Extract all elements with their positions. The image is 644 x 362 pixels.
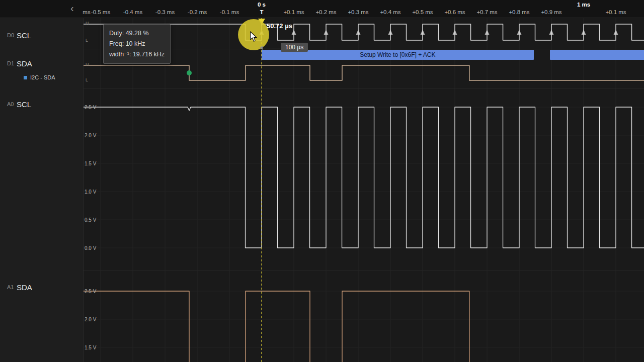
a0-voltage-label: 1.0 V — [85, 189, 96, 195]
channel-id-label: A1 — [0, 284, 17, 290]
tooltip-width-inv: width⁻¹: 19.716 kHz — [109, 49, 165, 60]
timeline-ruler[interactable]: ‹ -0.5 ms-0.4 ms-0.3 ms-0.2 ms-0.1 ms+0.… — [0, 0, 644, 18]
edge-width-readout: 50.72 µs — [267, 22, 292, 30]
trigger-cursor-line[interactable] — [261, 18, 262, 362]
row-separator — [0, 270, 644, 270]
a0-voltage-label: 2.0 V — [85, 133, 96, 138]
sidebar-collapse-chevron-icon[interactable]: ‹ — [70, 3, 74, 13]
time-tick-label: +0.5 ms — [412, 9, 433, 15]
analyzer-item-i2c-sda[interactable]: I2C - SDA — [24, 74, 55, 80]
channel-name-label: SDA — [17, 283, 32, 292]
time-tick-label: -0.3 ms — [155, 9, 175, 15]
a0-voltage-label: 2.5 V — [85, 105, 96, 110]
tooltip-duty: Duty: 49.28 % — [109, 28, 165, 39]
period-connector-line — [263, 48, 280, 48]
channel-name-label: SCL — [17, 31, 31, 40]
analyzer-color-bullet-icon — [24, 76, 27, 79]
channel-a1[interactable]: A1 SDA — [0, 282, 32, 292]
a0-voltage-label: 0.0 V — [85, 245, 96, 251]
a0-voltage-label: 1.5 V — [85, 161, 96, 166]
channel-name-label: SDA — [17, 59, 32, 68]
tooltip-freq: Freq: 10 kHz — [109, 39, 165, 49]
channel-sidebar: D0 SCL D1 SDA I2C - SDA A0 SCL A1 SDA — [0, 18, 83, 362]
channel-id-label: D1 — [0, 60, 17, 66]
a0-scl-trace[interactable] — [83, 107, 644, 248]
time-tick-label: +0.2 ms — [315, 9, 336, 15]
time-major-label: 1 ms — [577, 2, 590, 8]
channel-id-label: D0 — [0, 32, 17, 38]
time-tick-label: +0.9 ms — [541, 9, 561, 15]
i2c-start-marker-dot — [187, 70, 192, 75]
channel-id-label: A0 — [0, 101, 17, 107]
i2c-annotation-bar[interactable] — [550, 50, 644, 60]
d0-high-label: H — [86, 21, 89, 26]
channel-name-label: SCL — [17, 100, 31, 109]
measurement-tooltip: Duty: 49.28 % Freq: 10 kHz width⁻¹: 19.7… — [103, 24, 171, 64]
channel-d1[interactable]: D1 SDA — [0, 58, 32, 68]
time-tick-label: +0.6 ms — [444, 9, 465, 15]
time-tick-label: -0.1 ms — [220, 9, 239, 15]
time-tick-label: -0.4 ms — [123, 9, 142, 15]
time-tick-label: -0.5 ms — [91, 9, 110, 15]
time-tick-label: -0.2 ms — [188, 9, 207, 15]
time-tick-label: +0.8 ms — [509, 9, 529, 15]
d1-sda-trace[interactable] — [83, 65, 644, 80]
a1-voltage-label: 1.5 V — [85, 345, 96, 350]
a0-voltage-label: 0.5 V — [85, 217, 96, 223]
mouse-cursor-icon — [250, 31, 258, 42]
analyzer-label: I2C - SDA — [30, 74, 55, 80]
d0-low-label: L — [86, 38, 88, 43]
logic-analyzer-app: ‹ -0.5 ms-0.4 ms-0.3 ms-0.2 ms-0.1 ms+0.… — [0, 0, 644, 362]
time-tick-label: +0.1 ms — [283, 9, 304, 15]
time-tick-label: +0.3 ms — [348, 9, 368, 15]
row-separator — [0, 49, 644, 49]
d1-high-label: H — [86, 62, 89, 67]
sidebar-divider — [83, 0, 84, 362]
d1-low-label: L — [86, 77, 88, 82]
channel-a0[interactable]: A0 SCL — [0, 99, 31, 109]
time-tick-label: +0.4 ms — [380, 9, 400, 15]
a1-voltage-label: 2.0 V — [85, 317, 96, 322]
period-readout-tag: 100 µs — [281, 43, 308, 52]
a1-sda-trace[interactable] — [83, 291, 644, 362]
period-connector-arrow-icon — [260, 46, 263, 50]
time-tick-label-clipped: ms — [83, 9, 90, 15]
trigger-time-label: T — [260, 9, 264, 15]
time-tick-label: +0.1 ms — [605, 9, 626, 15]
row-separator — [0, 88, 644, 89]
a1-voltage-label: 2.5 V — [85, 289, 96, 294]
time-tick-label: +0.7 ms — [476, 9, 497, 15]
time-major-label: 0 s — [258, 2, 266, 8]
channel-d0[interactable]: D0 SCL — [0, 30, 31, 40]
